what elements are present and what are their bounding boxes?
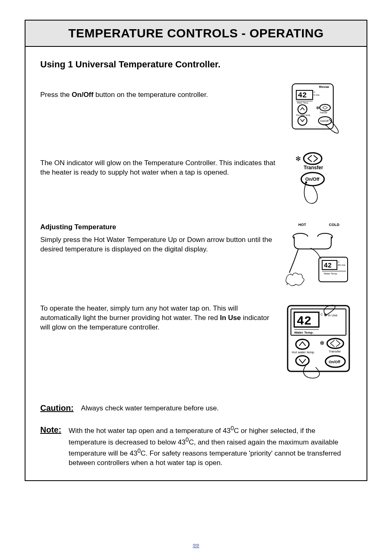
- controller-full-svg: Rinnai 42 C In Use Water Temp. Hot w: [288, 82, 350, 140]
- svg-point-10: [304, 153, 322, 164]
- page-title: TEMPERATURE CONTROLS - OPERATING: [30, 26, 362, 40]
- onoff-label-2: On/Off: [305, 177, 320, 182]
- hot-label: HOT: [298, 223, 306, 227]
- svg-point-8: [325, 124, 327, 126]
- note-row: Note: With the hot water tap open and a …: [40, 424, 352, 468]
- lcd-temp-value-3: 42: [297, 314, 311, 328]
- step-4-bold: In Use: [220, 314, 241, 322]
- onoff-closeup-svg: ✻ Transfer On/Off: [288, 150, 350, 212]
- lcd-temp-value-2: 42: [324, 262, 332, 269]
- step-4-text: To operate the heater, simply turn any h…: [40, 304, 278, 332]
- note-label: Note:: [40, 424, 61, 435]
- caution-text: Always check water temperature before us…: [81, 403, 219, 413]
- tap-svg: 42 C ✻ In Use Water Temp.: [286, 228, 352, 293]
- step-3-diagram: HOT COLD: [286, 223, 352, 293]
- caution-label: Caution:: [40, 403, 74, 414]
- svg-point-12: [305, 182, 307, 184]
- lcd-temp-value: 42: [298, 91, 307, 99]
- step-4-row: To operate the heater, simply turn any h…: [40, 304, 352, 378]
- step-1-diagram: Rinnai 42 C In Use Water Temp. Hot w: [286, 82, 352, 140]
- page-frame: TEMPERATURE CONTROLS - OPERATING Using 1…: [25, 20, 367, 481]
- svg-point-25: [296, 356, 309, 366]
- transfer-3: Transfer: [329, 350, 341, 353]
- caution-row: Caution: Always check water temperature …: [40, 403, 352, 414]
- step-3-text: Adjusting Temperature Simply press the H…: [40, 223, 278, 254]
- lcd-water-temp: Water Temp.: [297, 101, 309, 104]
- note-a: With the hot water tap open and a temper…: [69, 427, 231, 435]
- svg-point-6: [320, 104, 330, 111]
- svg-point-27: [327, 339, 344, 348]
- svg-point-24: [296, 339, 309, 349]
- step-3-body: Simply press the Hot Water Temperature U…: [40, 236, 272, 253]
- step-2-text: The ON indicator will glow on the Temper…: [40, 150, 278, 177]
- cold-label: COLD: [329, 223, 340, 227]
- step-1-post: button on the temperature controller.: [93, 91, 208, 99]
- step-2-diagram: ✻ Transfer On/Off: [286, 150, 352, 212]
- lcd-c: C: [314, 91, 316, 93]
- lcd-c-2: C: [338, 261, 340, 263]
- svg-text:✻: ✻: [295, 155, 301, 162]
- inuse-3: In Use: [328, 313, 338, 317]
- step-4-diagram: 42 C ✻ In Use Water Temp. Hot water temp…: [286, 304, 352, 378]
- water-temp-3: Water Temp.: [294, 331, 314, 334]
- subtitle: Using 1 Universal Temperature Controller…: [40, 59, 352, 70]
- section-title-bar: TEMPERATURE CONTROLS - OPERATING: [25, 21, 367, 47]
- step-1-text: Press the On/Off button on the temperatu…: [40, 82, 278, 100]
- onoff-3: On/Off: [329, 360, 341, 364]
- note-body: With the hot water tap open and a temper…: [69, 424, 352, 468]
- lcd-inuse: In Use: [314, 94, 320, 96]
- tap-labels: HOT COLD: [298, 223, 339, 227]
- adjusting-heading: Adjusting Temperature: [40, 223, 278, 232]
- svg-text:✻: ✻: [320, 340, 325, 346]
- transfer-label-2: Transfer: [304, 165, 323, 170]
- step-4-a: To operate the heater, simply turn any h…: [40, 304, 238, 322]
- transfer-label-1: Transfer: [320, 111, 327, 114]
- hwt-label-2: Hot water temp.: [292, 350, 315, 354]
- manual-page: TEMPERATURE CONTROLS - OPERATING Using 1…: [0, 0, 392, 555]
- brand-label: Rinnai: [319, 85, 329, 89]
- onoff-label-1: On/Off: [320, 120, 329, 122]
- svg-point-4: [298, 116, 307, 125]
- water-temp-2: Water Temp.: [324, 272, 338, 275]
- hwt-label: Hot water temp.: [296, 114, 311, 116]
- page-number: 22: [0, 543, 392, 549]
- page-body: Using 1 Universal Temperature Controller…: [25, 47, 367, 480]
- lcd-c-3: C: [321, 313, 323, 316]
- inuse-2: In Use: [339, 264, 346, 266]
- controller-large-svg: 42 C ✻ In Use Water Temp. Hot water temp…: [286, 304, 352, 378]
- step-1-bold: On/Off: [72, 91, 94, 99]
- svg-text:✻: ✻: [316, 106, 319, 110]
- svg-point-3: [298, 105, 307, 114]
- step-3-row: Adjusting Temperature Simply press the H…: [40, 223, 352, 293]
- step-1-row: Press the On/Off button on the temperatu…: [40, 82, 352, 140]
- step-2-row: The ON indicator will glow on the Temper…: [40, 150, 352, 212]
- step-1-pre: Press the: [40, 91, 72, 99]
